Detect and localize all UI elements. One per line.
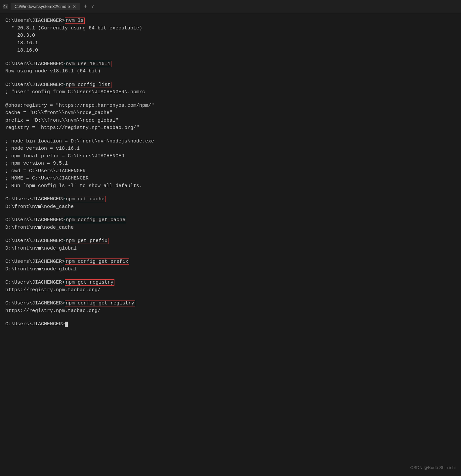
command: npm config get registry: [65, 300, 135, 306]
output-line: https://registry.npm.taobao.org/: [5, 307, 456, 315]
output-line: D:\front\nvm\node_cache: [5, 203, 456, 211]
blank-line: [5, 55, 456, 60]
command: npm get registry: [65, 279, 114, 286]
command-line: C:\Users\JIACHENGER>npm get cache: [5, 196, 456, 203]
prompt: C:\Users\JIACHENGER>: [5, 259, 65, 264]
blank-line: [5, 231, 456, 237]
svg-text:C:: C:: [3, 5, 7, 9]
blank-line: [5, 294, 456, 300]
command-line: C:\Users\JIACHENGER>npm config get prefi…: [5, 258, 456, 266]
output-line: ; node bin location = D:\front\nvm\nodej…: [5, 138, 456, 145]
tab-label: C:\Windows\system32\cmd.e: [15, 4, 70, 9]
new-tab-icon[interactable]: +: [81, 3, 90, 10]
output-line: D:\front\nvm\node_cache: [5, 224, 456, 232]
prompt: C:\Users\JIACHENGER>: [5, 82, 65, 88]
cursor: [65, 322, 68, 327]
prompt: C:\Users\JIACHENGER>: [5, 280, 65, 285]
watermark: CSDN @Kudō Shin-ichi: [410, 464, 456, 471]
command: npm config get cache: [65, 217, 126, 223]
command: npm config list: [65, 82, 111, 88]
output-line: 18.16.1: [5, 40, 456, 47]
blank-line: [5, 75, 456, 81]
command: nvm use 18.16.1: [65, 61, 111, 67]
output-line: 18.16.0: [5, 47, 456, 55]
tab[interactable]: C:\Windows\system32\cmd.e ✕: [11, 3, 80, 10]
window-icon: C:: [3, 4, 8, 9]
blank-line: [5, 273, 456, 279]
blank-line: [5, 190, 456, 196]
blank-line: [5, 252, 456, 258]
command-line: C:\Users\JIACHENGER>npm get registry: [5, 279, 456, 287]
output-line: https://registry.npm.taobao.org/: [5, 287, 456, 294]
output-line: ; npm version = 9.5.1: [5, 160, 456, 168]
output-line: ; Run `npm config ls -l` to show all def…: [5, 182, 456, 190]
output-line: ; HOME = C:\Users\JIACHENGER: [5, 175, 456, 182]
output-line: ; npm local prefix = C:\Users\JIACHENGER: [5, 153, 456, 160]
output-line: D:\front\nvm\node_global: [5, 245, 456, 253]
tab-dropdown-icon[interactable]: ∨: [90, 4, 95, 9]
command-line: C:\Users\JIACHENGER>nvm ls: [5, 17, 456, 25]
blank-line: [5, 315, 456, 321]
prompt: C:\Users\JIACHENGER>: [5, 321, 65, 327]
output-line: 20.3.0: [5, 32, 456, 40]
output-line: Now using node v18.16.1 (64-bit): [5, 68, 456, 75]
command: npm get prefix: [65, 238, 108, 244]
command-line: C:\Users\JIACHENGER>npm config get regis…: [5, 300, 456, 307]
command: nvm ls: [65, 18, 85, 24]
blank-line: [5, 211, 456, 217]
prompt: C:\Users\JIACHENGER>: [5, 238, 65, 244]
command: npm config get prefix: [65, 258, 129, 265]
blank-line: [5, 132, 456, 138]
output-line: * 20.3.1 (Currently using 64-bit executa…: [5, 25, 456, 32]
tab-close-icon[interactable]: ✕: [73, 4, 76, 9]
title-bar: C: C:\Windows\system32\cmd.e ✕ + ∨: [0, 0, 461, 13]
command-line: C:\Users\JIACHENGER>npm config list: [5, 81, 456, 89]
output-line: @ohos:registry = "https://repo.harmonyos…: [5, 102, 456, 110]
command-line: C:\Users\JIACHENGER>npm config get cache: [5, 217, 456, 224]
output-line: prefix = "D:\\front\\nvm\\node_global": [5, 117, 456, 125]
blank-line: [5, 96, 456, 102]
output-line: registry = "https://registry.npm.taobao.…: [5, 124, 456, 132]
prompt: C:\Users\JIACHENGER>: [5, 196, 65, 202]
prompt-line: C:\Users\JIACHENGER>: [5, 321, 456, 328]
command-line: C:\Users\JIACHENGER>npm get prefix: [5, 237, 456, 245]
prompt: C:\Users\JIACHENGER>: [5, 300, 65, 306]
output-line: D:\front\nvm\node_global: [5, 266, 456, 273]
output-line: ; node version = v18.16.1: [5, 145, 456, 153]
output-line: ; cwd = C:\Users\JIACHENGER: [5, 168, 456, 175]
prompt: C:\Users\JIACHENGER>: [5, 61, 65, 67]
prompt: C:\Users\JIACHENGER>: [5, 18, 65, 23]
output-line: cache = "D:\\front\\nvm\\node_cache": [5, 109, 456, 117]
terminal-body: C:\Users\JIACHENGER>nvm ls * 20.3.1 (Cur…: [0, 13, 461, 476]
command-line: C:\Users\JIACHENGER>nvm use 18.16.1: [5, 60, 456, 68]
output-line: ; "user" config from C:\Users\JIACHENGER…: [5, 89, 456, 96]
prompt: C:\Users\JIACHENGER>: [5, 217, 65, 223]
command: npm get cache: [65, 196, 105, 202]
